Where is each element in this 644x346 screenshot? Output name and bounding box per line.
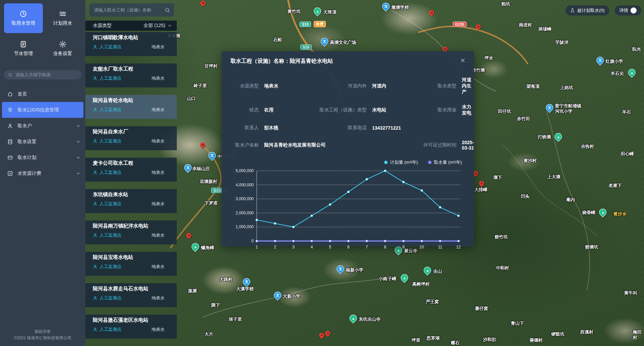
chev-icon bbox=[76, 124, 81, 128]
water-source-type: 地表水 bbox=[151, 326, 165, 332]
map-marker-school-icon[interactable]: 文 bbox=[595, 55, 605, 65]
svg-text:2,000,000: 2,000,000 bbox=[236, 211, 254, 215]
sidebar-item-取水口GIS信息管理[interactable]: 取水口GIS信息管理 bbox=[2, 102, 83, 118]
map-pin-red-icon[interactable] bbox=[324, 330, 331, 337]
map-pin-red-icon[interactable] bbox=[199, 0, 206, 7]
sidebar-item-取水计划[interactable]: 取水计划 bbox=[0, 150, 85, 165]
map-label: 羊石尖 bbox=[611, 71, 624, 76]
water-source-type: 地表水 bbox=[151, 75, 165, 81]
map-pin-red-icon[interactable] bbox=[478, 180, 485, 187]
search-icon bbox=[165, 7, 170, 13]
map-marker-school-icon[interactable]: 文 bbox=[544, 102, 555, 113]
over-plan-label: 超计划取水(0) bbox=[577, 7, 605, 14]
map-marker-scenic-icon[interactable]: ▲ bbox=[399, 272, 410, 283]
svg-text:11: 11 bbox=[438, 245, 442, 249]
map-marker-school-icon[interactable]: 文 bbox=[272, 290, 283, 300]
sidebar-item-取水户[interactable]: 取水户 bbox=[0, 118, 85, 134]
map-marker-school-icon[interactable]: 文 bbox=[241, 276, 252, 287]
station-card[interactable]: 河口镇唱歌潭水电站 人工监测点 地表水 bbox=[85, 32, 177, 56]
water-source-type: 地表水 bbox=[151, 295, 165, 301]
sidebar-item-label: 取水设置 bbox=[18, 139, 71, 145]
map-label: 芋陂洋 bbox=[555, 40, 568, 45]
filter-value: 全部 (125) bbox=[143, 23, 165, 29]
station-card[interactable]: 东坑镇自来水站 人工监测点 地表水 bbox=[85, 189, 177, 213]
map-pin-red-icon[interactable] bbox=[428, 9, 435, 16]
source-type-filter[interactable]: 水源类型 全部 (125) bbox=[85, 21, 177, 31]
map-pin-red-icon[interactable] bbox=[475, 23, 482, 30]
map-marker-scenic-icon[interactable]: ▲ bbox=[312, 6, 323, 16]
module-业务设置[interactable]: 业务设置 bbox=[44, 34, 82, 63]
map-label: 南进村 bbox=[519, 22, 532, 28]
station-search[interactable] bbox=[89, 3, 174, 17]
sidebar-item-label: 取水户 bbox=[18, 123, 71, 129]
legend-item[interactable]: 计划量 (m³/年) bbox=[384, 159, 418, 165]
map-label: 甘坪村 bbox=[204, 63, 218, 69]
field-label: 取水户名称 bbox=[228, 142, 259, 148]
monitor-type: 人工监测点 bbox=[100, 201, 151, 207]
map-marker-school-icon[interactable]: 文 bbox=[207, 150, 217, 161]
sidebar-item-水资源计费[interactable]: 水资源计费 bbox=[0, 165, 85, 181]
station-card[interactable]: 陆河县自来水厂 人工监测点 地表水 bbox=[85, 126, 177, 150]
map-label: 善德村 bbox=[530, 338, 543, 343]
map-marker-scenic-icon[interactable]: ▲ bbox=[626, 67, 637, 78]
station-card[interactable]: 友能水厂取水工程 人工监测点 地表水 bbox=[85, 63, 177, 87]
module-取用水管理[interactable]: 取用水管理 bbox=[4, 3, 43, 33]
sidebar-item-首页[interactable]: 首页 bbox=[0, 86, 85, 102]
station-card[interactable]: 陆河县水唇走马石水电站 人工监测点 地表水 bbox=[85, 283, 177, 307]
filter-label: 水源类型 bbox=[93, 23, 143, 29]
station-name: 陆河县南万镇杞洋水电站 bbox=[93, 223, 177, 229]
svg-text:0: 0 bbox=[251, 239, 254, 243]
chev-icon bbox=[76, 171, 81, 176]
search-icon bbox=[8, 73, 12, 77]
map-pin-red-icon[interactable] bbox=[185, 232, 192, 239]
map-marker-school-icon[interactable]: 文 bbox=[381, 1, 391, 11]
station-card[interactable]: 陆河县宝塔水电站 人工监测点 地表水 bbox=[85, 252, 177, 276]
map-label: 墩塘学校 bbox=[391, 5, 409, 10]
sidebar-item-取水设置[interactable]: 取水设置 bbox=[0, 134, 85, 150]
map-marker-scenic-icon[interactable]: ▲ bbox=[597, 207, 608, 217]
station-card[interactable]: 陆河县青砼水电站 人工监测点 地表水 bbox=[85, 95, 177, 119]
over-plan-badge[interactable]: 超计划取水(0) bbox=[565, 5, 609, 16]
map-label: 吉告村 bbox=[581, 144, 594, 149]
field-label: 取水用途 bbox=[413, 107, 456, 113]
sidebar-search[interactable] bbox=[4, 70, 81, 79]
map-label: 高树坪村 bbox=[412, 282, 430, 287]
card-icon bbox=[7, 155, 13, 160]
map-label: 陈屋 bbox=[188, 288, 197, 294]
map-marker-school-icon[interactable]: 文 bbox=[335, 264, 345, 274]
close-icon[interactable] bbox=[460, 57, 467, 65]
map-marker-scenic-icon[interactable]: ▲ bbox=[190, 241, 200, 252]
map-marker-scenic-icon[interactable]: ▲ bbox=[553, 131, 563, 142]
map-label: 大路村 bbox=[219, 277, 232, 282]
map-pin-red-icon[interactable] bbox=[318, 332, 325, 339]
sidebar-search-input[interactable] bbox=[15, 72, 77, 78]
svg-text:6: 6 bbox=[347, 245, 349, 249]
module-计划用水[interactable]: 计划用水 bbox=[44, 3, 82, 33]
user-icon bbox=[93, 139, 97, 143]
map-label: 田仔坑 bbox=[498, 109, 511, 114]
field-value: 彭木桃 bbox=[259, 125, 307, 131]
map-label: 阮光 bbox=[632, 47, 641, 52]
legend-item[interactable]: 取水量 (m³/年) bbox=[428, 159, 462, 165]
station-search-input[interactable] bbox=[93, 7, 165, 13]
toggle-knob[interactable] bbox=[631, 7, 637, 14]
field-label: 状态 bbox=[228, 107, 259, 113]
water-source-type: 地表水 bbox=[151, 232, 165, 238]
map-pin-red-icon[interactable] bbox=[199, 141, 206, 149]
station-card[interactable]: 陆河县南万镇杞洋水电站 人工监测点 地表水 bbox=[85, 220, 177, 244]
station-card[interactable]: 陆河县激石溪老区水电站 人工监测点 地表水 bbox=[85, 315, 177, 339]
station-card[interactable]: 麦卡公司取水工程 人工监测点 地表水 bbox=[85, 158, 177, 182]
map-marker-scenic-icon[interactable]: ▲ bbox=[348, 313, 358, 323]
sidebar: 取用水管理计划用水节水管理业务设置 首页取水口GIS信息管理取水户取水设置取水计… bbox=[0, 0, 85, 346]
map-marker-school-icon[interactable]: 文 bbox=[319, 36, 330, 47]
chart-icon bbox=[7, 171, 13, 176]
map-marker-scenic-icon[interactable]: ▲ bbox=[422, 265, 432, 275]
station-name: 陆河县激石溪老区水电站 bbox=[93, 317, 177, 323]
map-marker-school-icon[interactable]: 文 bbox=[183, 162, 193, 173]
chevron-down-icon bbox=[167, 23, 172, 28]
road-badge: S19 bbox=[300, 22, 311, 27]
module-节水管理[interactable]: 节水管理 bbox=[4, 34, 43, 63]
detail-toggle[interactable]: 详情 bbox=[615, 5, 641, 16]
map-label: 上岗坑 bbox=[560, 85, 573, 90]
map-label: 羊石 bbox=[622, 109, 631, 115]
